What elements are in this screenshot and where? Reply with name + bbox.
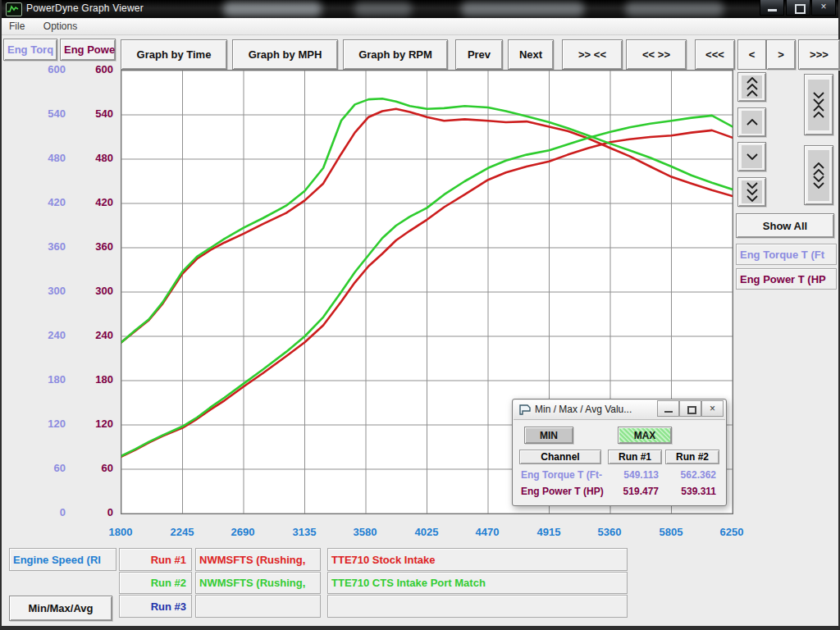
x-channel-field[interactable]: Engine Speed (RI (9, 548, 116, 571)
triple-chevron-up-icon (742, 75, 762, 98)
torque-tick-label: 180 (23, 373, 66, 386)
torque-tick-label: 0 (23, 506, 66, 518)
run1-comment-field[interactable]: NWMSFTS (Rushing, (195, 548, 321, 571)
graph-by-mph-button[interactable]: Graph by MPH (232, 39, 338, 70)
close-button[interactable]: × (811, 0, 836, 16)
power-tick-label: 420 (71, 196, 113, 208)
restore-button[interactable] (786, 0, 810, 16)
dialog-close-button[interactable]: × (701, 400, 724, 417)
rpm-tick-label: 5360 (598, 526, 622, 538)
rpm-tick-label: 6250 (720, 526, 744, 538)
glass-reflection (625, 2, 724, 16)
dialog-title: Min / Max / Avg Valu... (535, 404, 632, 415)
torque-tick-label: 60 (23, 462, 66, 474)
triple-chevron-down-icon (742, 180, 762, 203)
power-row-run2-max: 539.311 (665, 486, 716, 497)
torque-tick-label: 540 (23, 107, 66, 120)
power-row-run1-max: 519.477 (608, 486, 659, 497)
power-tick-label: 60 (71, 462, 113, 474)
rpm-tick-label: 5805 (660, 526, 683, 538)
dialog-flag-icon (519, 404, 531, 415)
prev-button[interactable]: Prev (455, 39, 503, 70)
compress-y-button[interactable] (804, 74, 833, 135)
dialog-minimize-button[interactable] (657, 400, 679, 417)
pan-right-button[interactable]: > (766, 39, 796, 70)
dialog-close-icon: × (710, 403, 715, 414)
glass-reflection (354, 2, 412, 16)
expand-y-button[interactable] (804, 145, 833, 205)
powerdyne-window: PowerDyne Graph Viewer × File Options En… (0, 0, 840, 630)
glass-reflection (461, 2, 584, 16)
menu-options[interactable]: Options (36, 19, 84, 34)
power-axis-button[interactable]: Eng Powe (60, 39, 116, 61)
min-button[interactable]: MIN (524, 427, 573, 444)
torque-tick-label: 120 (23, 418, 66, 430)
app-icon (6, 2, 22, 16)
show-all-button[interactable]: Show All (736, 213, 834, 238)
torque-tick-label: 420 (23, 196, 66, 208)
torque-axis-button[interactable]: Eng Torq (3, 39, 57, 61)
run3-label[interactable]: Run #3 (119, 595, 192, 618)
torque-channel-button[interactable]: Eng Torque T (Ft (736, 244, 837, 265)
power-tick-label: 480 (71, 152, 113, 164)
torque-tick-label: 300 (23, 285, 66, 297)
window-title: PowerDyne Graph Viewer (26, 2, 144, 14)
zoom-out-x-button[interactable]: << >> (626, 39, 687, 70)
scale-up-fast-button[interactable] (737, 72, 766, 102)
channel-column-header[interactable]: Channel (519, 450, 601, 464)
scale-down-fast-button[interactable] (737, 177, 766, 207)
power-tick-label: 300 (71, 285, 113, 297)
torque-row-run2-max: 562.362 (665, 469, 716, 481)
rpm-tick-label: 1800 (109, 526, 133, 538)
max-button[interactable]: MAX (618, 427, 672, 444)
rpm-tick-label: 4025 (415, 526, 439, 538)
torque-tick-label: 240 (23, 329, 66, 341)
min-max-avg-dialog[interactable]: Min / Max / Avg Valu... × MIN MAX Channe… (512, 399, 727, 506)
power-tick-label: 180 (71, 373, 113, 386)
run1-label[interactable]: Run #1 (119, 548, 192, 571)
rpm-tick-label: 3135 (293, 526, 317, 538)
torque-row-channel: Eng Torque T (Ft- (521, 469, 602, 481)
run2-column-header[interactable]: Run #2 (665, 450, 719, 464)
scale-down-button[interactable] (737, 142, 766, 171)
menu-bar: File Options (2, 18, 838, 35)
rpm-tick-label: 4470 (476, 526, 500, 538)
graph-by-time-button[interactable]: Graph by Time (121, 39, 227, 70)
dialog-restore-button[interactable] (679, 400, 701, 417)
close-icon: × (820, 1, 826, 12)
dialog-title-bar[interactable]: Min / Max / Avg Valu... × (514, 400, 725, 420)
torque-tick-label: 360 (23, 240, 66, 253)
pan-far-right-button[interactable]: >>> (798, 39, 840, 70)
menu-file[interactable]: File (2, 19, 32, 34)
pan-far-left-button[interactable]: <<< (695, 39, 735, 70)
graph-by-rpm-button[interactable]: Graph by RPM (343, 39, 448, 70)
power-row-channel: Eng Power T (HP) (521, 486, 604, 497)
power-tick-label: 540 (71, 107, 113, 120)
power-tick-label: 360 (71, 240, 113, 253)
scale-up-button[interactable] (737, 107, 766, 137)
run2-label[interactable]: Run #2 (119, 572, 192, 594)
run2-comment-field[interactable]: NWMSFTS (Rushing, (195, 572, 321, 594)
title-bar[interactable]: PowerDyne Graph Viewer × (2, 0, 838, 18)
chevrons-inward-icon (808, 80, 829, 130)
chevron-up-icon (742, 111, 762, 134)
run3-description-field[interactable] (327, 595, 628, 618)
min-max-avg-button[interactable]: Min/Max/Avg (9, 596, 112, 621)
pan-left-button[interactable]: < (737, 39, 766, 70)
power-tick-label: 0 (71, 506, 113, 518)
torque-row-run1-max: 549.113 (608, 469, 659, 481)
run1-column-header[interactable]: Run #1 (608, 450, 662, 464)
next-button[interactable]: Next (508, 39, 554, 70)
power-channel-button[interactable]: Eng Power T (HP (736, 268, 837, 290)
glass-reflection (223, 2, 322, 16)
torque-tick-label: 600 (23, 63, 66, 75)
minimize-button[interactable] (760, 0, 784, 16)
chevrons-outward-icon (808, 150, 829, 201)
zoom-in-x-button[interactable]: >> << (562, 39, 623, 70)
run1-description-field[interactable]: TTE710 Stock Intake (327, 548, 628, 571)
rpm-tick-label: 2690 (231, 526, 255, 538)
chevron-down-icon (742, 145, 762, 168)
power-tick-label: 240 (71, 329, 113, 341)
run3-comment-field[interactable] (195, 595, 321, 618)
run2-description-field[interactable]: TTE710 CTS Intake Port Match (327, 572, 628, 594)
